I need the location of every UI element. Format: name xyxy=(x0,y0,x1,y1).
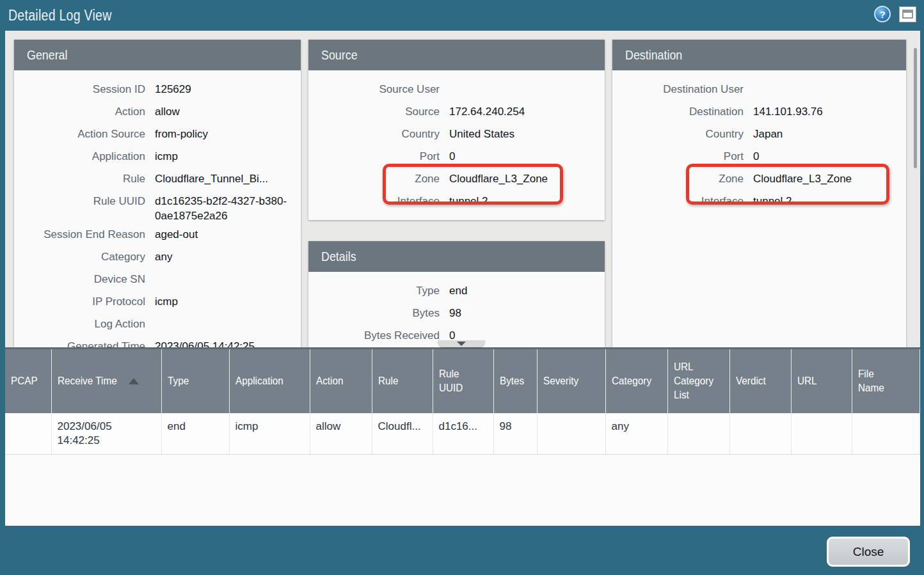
field-row: IP Protocolicmp xyxy=(14,290,294,313)
column-header-url[interactable]: URL xyxy=(791,349,852,413)
field-row: Log Action xyxy=(14,313,294,335)
source-panel-body: Source UserSource172.64.240.254CountryUn… xyxy=(308,70,605,220)
column-header-application[interactable]: Application xyxy=(229,349,310,413)
field-row: Applicationicmp xyxy=(14,145,294,168)
column-header-receive-time[interactable]: Receive Time xyxy=(51,349,161,413)
field-row: Destination141.101.93.76 xyxy=(612,100,900,123)
field-label: Rule xyxy=(14,168,145,186)
log-table: PCAPReceive TimeTypeApplicationActionRul… xyxy=(5,349,920,455)
cell: any xyxy=(605,413,667,455)
field-label: Application xyxy=(14,145,145,164)
table-header-row: PCAPReceive TimeTypeApplicationActionRul… xyxy=(5,349,920,413)
field-label: Country xyxy=(612,123,744,141)
general-column: General Session ID125629ActionallowActio… xyxy=(14,40,301,347)
column-label: Receive Time xyxy=(58,374,117,388)
field-row: Session End Reasonaged-out xyxy=(14,223,294,246)
field-label: Destination xyxy=(612,100,744,119)
column-header-content: URL xyxy=(797,374,849,388)
column-label: URL xyxy=(797,374,817,388)
field-value: d1c16235-b2f2-4327-b380-0ae1875e2a26 xyxy=(155,190,291,223)
column-header-action[interactable]: Action xyxy=(310,349,372,413)
splitter-collapse-handle[interactable] xyxy=(438,340,485,347)
column-label: Verdict xyxy=(736,374,766,388)
field-row: Generated Time2023/06/05 14:42:25 xyxy=(14,335,294,347)
field-label: Action xyxy=(14,100,145,119)
field-row: Port0 xyxy=(612,145,900,168)
column-header-content: PCAP xyxy=(11,374,49,388)
field-value: Cloudflare_Tunnel_Bi... xyxy=(155,168,268,186)
column-header-content: Rule UUID xyxy=(439,367,491,395)
column-label: Rule UUID xyxy=(439,367,463,395)
column-label: URL Category List xyxy=(674,360,713,402)
column-header-pcap[interactable]: PCAP xyxy=(5,349,51,413)
column-header-file-name[interactable]: File Name xyxy=(852,349,920,413)
field-value: Cloudflare_L3_Zone xyxy=(753,168,852,186)
destination-panel: Destination Destination UserDestination1… xyxy=(612,40,906,347)
table-row[interactable]: 2023/06/05 14:42:25endicmpallowCloudfl..… xyxy=(5,413,920,455)
field-value: 172.64.240.254 xyxy=(449,100,525,119)
field-row: Source User xyxy=(308,78,598,100)
column-header-content: Category xyxy=(612,374,665,388)
column-header-content: Action xyxy=(316,374,369,388)
field-row: Device SN xyxy=(14,268,294,290)
field-label: Destination User xyxy=(612,78,744,97)
column-header-verdict[interactable]: Verdict xyxy=(729,349,791,413)
field-value: United States xyxy=(449,123,514,141)
field-label: Device SN xyxy=(14,268,145,287)
column-header-type[interactable]: Type xyxy=(161,349,229,413)
field-value: 125629 xyxy=(155,78,191,97)
field-row: Actionallow xyxy=(14,100,294,123)
source-panel-header: Source xyxy=(308,40,605,70)
field-value: 0 xyxy=(753,145,759,164)
cell xyxy=(791,413,852,455)
field-value: any xyxy=(155,246,172,264)
field-label: IP Protocol xyxy=(14,290,145,309)
detailed-log-view-dialog: { "title_bar": { "title": "Detailed Log … xyxy=(0,0,924,575)
panel-title: General xyxy=(27,47,68,63)
column-header-rule[interactable]: Rule xyxy=(372,349,433,413)
column-label: Severity xyxy=(543,374,578,388)
field-row: Typeend xyxy=(308,280,598,302)
field-row: Session ID125629 xyxy=(14,78,294,100)
destination-column: Destination Destination UserDestination1… xyxy=(612,40,906,347)
field-label: Session ID xyxy=(14,78,145,97)
field-label: Action Source xyxy=(14,123,145,141)
field-row: ZoneCloudflare_L3_Zone xyxy=(308,168,598,190)
field-row: Destination User xyxy=(612,78,900,100)
field-label: Bytes xyxy=(308,302,440,320)
title-bar: Detailed Log View ? xyxy=(0,0,924,31)
destination-panel-header: Destination xyxy=(612,40,906,70)
vertical-scrollbar-thumb[interactable] xyxy=(914,48,917,168)
source-column: Source Source UserSource172.64.240.254Co… xyxy=(308,40,605,347)
window-pane-glyph xyxy=(902,10,913,19)
source-panel: Source Source UserSource172.64.240.254Co… xyxy=(308,40,605,220)
column-header-url-category-list[interactable]: URL Category List xyxy=(667,349,729,413)
column-header-rule-uuid[interactable]: Rule UUID xyxy=(433,349,493,413)
help-icon[interactable]: ? xyxy=(874,6,891,22)
log-table-section: PCAPReceive TimeTypeApplicationActionRul… xyxy=(5,347,920,526)
cell: d1c16... xyxy=(433,413,493,455)
column-header-bytes[interactable]: Bytes xyxy=(493,349,537,413)
field-value: 0 xyxy=(449,145,455,164)
column-header-category[interactable]: Category xyxy=(605,349,667,413)
field-label: Rule UUID xyxy=(14,190,145,209)
field-row: Bytes98 xyxy=(308,302,598,324)
field-label: Interface xyxy=(308,190,440,209)
cell: Cloudfl... xyxy=(372,413,433,455)
field-label: Session End Reason xyxy=(14,223,145,242)
field-value: end xyxy=(449,280,467,298)
cell xyxy=(537,413,605,455)
general-panel: General Session ID125629ActionallowActio… xyxy=(14,40,301,347)
close-button[interactable]: Close xyxy=(827,537,910,567)
column-label: Type xyxy=(168,374,189,388)
title-bar-icons: ? xyxy=(874,6,916,22)
page-title: Detailed Log View xyxy=(8,7,112,24)
field-value: aged-out xyxy=(155,223,198,242)
window-icon[interactable] xyxy=(899,6,916,22)
column-header-severity[interactable]: Severity xyxy=(537,349,605,413)
cell: end xyxy=(161,413,229,455)
sort-ascending-icon xyxy=(129,378,139,384)
column-header-content: Verdict xyxy=(736,374,788,388)
column-label: Bytes xyxy=(500,374,524,388)
field-value: icmp xyxy=(155,290,178,309)
